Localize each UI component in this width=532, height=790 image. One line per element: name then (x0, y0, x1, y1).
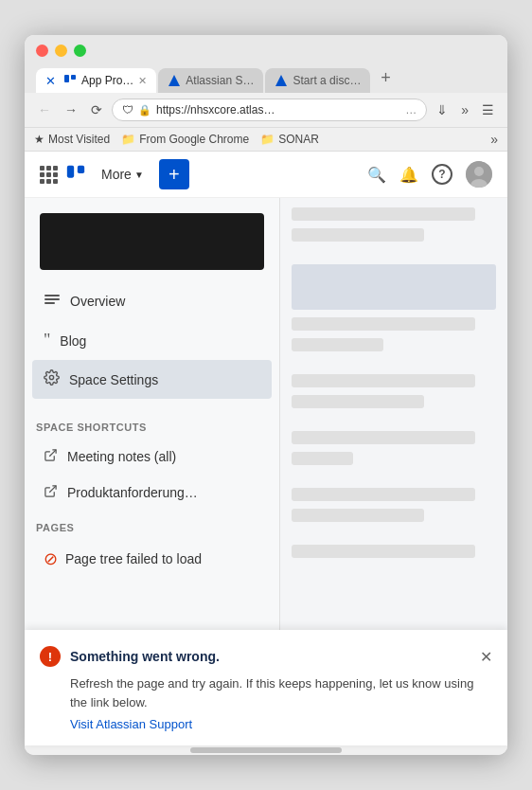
error-header: ! Something went wrong. ✕ (40, 646, 492, 667)
more-button[interactable]: More ▼ (94, 163, 151, 186)
skeleton-1 (292, 207, 475, 221)
sidebar-item-overview[interactable]: Overview (32, 281, 272, 321)
content-area: Overview " Blog Space Settings (25, 198, 507, 630)
notification-icon[interactable]: 🔔 (399, 166, 418, 184)
grid-dot (53, 179, 58, 184)
tab2-label: Atlassian S… (186, 74, 254, 87)
pages-section: ⊘ Page tree failed to load (25, 539, 279, 579)
tab3-label: Start a disc… (293, 74, 361, 87)
bookmark-folder-icon-1: 📁 (121, 133, 135, 146)
sidebar-nav: Overview " Blog Space Settings (25, 270, 279, 410)
grid-dot (40, 179, 44, 184)
reload-button[interactable]: ⟳ (87, 100, 106, 119)
svg-marker-3 (275, 75, 287, 86)
sidebar-logo-area (40, 213, 264, 270)
sidebar-item-space-settings[interactable]: Space Settings (32, 360, 272, 399)
skeleton-11 (292, 545, 475, 558)
forward-button[interactable]: → (61, 100, 81, 119)
avatar-image (466, 161, 492, 188)
overview-label: Overview (70, 294, 125, 309)
tab-start-disc[interactable]: Start a disc… (265, 68, 370, 93)
lock-icon: 🔒 (138, 104, 151, 117)
main-content (280, 198, 507, 630)
error-close-button[interactable]: ✕ (480, 648, 492, 666)
grid-dot (46, 172, 51, 177)
user-avatar[interactable] (466, 161, 492, 188)
skeleton-7 (292, 431, 475, 444)
minimize-button[interactable] (55, 45, 67, 57)
tab1-label: App Pro… (81, 74, 133, 87)
svg-rect-0 (64, 75, 69, 82)
svg-line-14 (49, 486, 56, 493)
menu-button[interactable]: ☰ (478, 100, 498, 119)
bookmark-most-visited[interactable]: ★ Most Visited (34, 133, 110, 146)
sidebar-item-blog[interactable]: " Blog (32, 321, 272, 360)
external-link-icon-2 (44, 484, 58, 501)
pages-section-label: PAGES (25, 511, 279, 539)
shortcuts-list: Meeting notes (all) Produktanforderung… (25, 439, 279, 511)
bookmark-folder-icon-2: 📁 (260, 133, 275, 146)
bookmark-most-visited-label: Most Visited (48, 133, 110, 146)
settings-gear-icon (44, 369, 60, 389)
bookmarks-more-button[interactable]: » (490, 132, 498, 147)
toolbar-action-icons: 🔍 🔔 ? (367, 161, 492, 188)
blog-icon: " (44, 331, 50, 350)
svg-rect-4 (67, 166, 74, 178)
svg-marker-2 (168, 75, 180, 86)
error-circle-icon: ! (40, 646, 61, 667)
scroll-thumb-container (25, 745, 507, 755)
svg-line-13 (49, 450, 56, 457)
scroll-thumb[interactable] (190, 747, 342, 753)
tab-atlassian-icon-3 (275, 74, 288, 87)
error-body: Refresh the page and try again. If this … (70, 674, 492, 711)
maximize-button[interactable] (74, 45, 86, 57)
sidebar-item-produktanforderung[interactable]: Produktanforderung… (32, 475, 272, 511)
grid-dot (40, 172, 44, 177)
more-address-icon[interactable]: … (405, 103, 417, 117)
tab-app-pro[interactable]: ✕ App Pro… ✕ (36, 68, 156, 93)
page-error-icon: ⊘ (44, 548, 58, 569)
bookmark-google-chrome-label: From Google Chrome (139, 133, 249, 146)
download-button[interactable]: ⇓ (433, 100, 452, 119)
grid-dot (53, 166, 58, 171)
extensions-button[interactable]: » (457, 100, 472, 119)
new-tab-button[interactable]: + (372, 64, 399, 91)
tab-atlassian-s[interactable]: Atlassian S… (158, 68, 263, 93)
trello-logo-icon (65, 164, 86, 185)
bookmark-google-chrome[interactable]: 📁 From Google Chrome (121, 133, 249, 146)
bookmark-star-icon: ★ (34, 133, 44, 146)
help-icon[interactable]: ? (432, 164, 452, 185)
skeleton-block-1 (292, 264, 496, 310)
search-icon[interactable]: 🔍 (367, 166, 386, 184)
tab1-close[interactable]: ✕ (138, 75, 147, 87)
sidebar-item-meeting-notes[interactable]: Meeting notes (all) (32, 439, 272, 475)
svg-rect-1 (71, 75, 76, 80)
bookmarks-bar: ★ Most Visited 📁 From Google Chrome 📁 SO… (25, 128, 507, 152)
svg-point-12 (49, 375, 53, 379)
more-label: More (101, 167, 132, 182)
produktanforderung-label: Produktanforderung… (67, 485, 198, 500)
pages-error-message: ⊘ Page tree failed to load (32, 539, 272, 579)
blog-label: Blog (60, 333, 86, 349)
tab-atlassian-icon-2 (168, 74, 181, 87)
grid-dot (40, 166, 44, 171)
address-bar[interactable]: 🛡 🔒 https://nhsxcore.atlas… … (112, 99, 427, 121)
external-link-icon-1 (44, 448, 58, 465)
url-text: https://nhsxcore.atlas… (156, 103, 400, 117)
overview-icon (44, 291, 61, 312)
space-shortcuts-label: SPACE SHORTCUTS (25, 410, 279, 439)
create-button[interactable]: + (159, 159, 189, 189)
bookmark-sonar[interactable]: 📁 SONAR (260, 133, 319, 146)
grid-dot (46, 179, 51, 184)
atlassian-support-link[interactable]: Visit Atlassian Support (70, 717, 192, 731)
apps-grid-icon[interactable] (40, 166, 58, 184)
browser-window: ✕ App Pro… ✕ Atlassian S… Start a disc… … (25, 35, 507, 755)
address-icons: … (405, 103, 417, 117)
bookmark-sonar-label: SONAR (278, 133, 319, 146)
content-skeleton (280, 198, 507, 567)
app-toolbar: More ▼ + 🔍 🔔 ? (25, 152, 507, 198)
close-button[interactable] (36, 45, 48, 57)
skeleton-8 (292, 452, 353, 465)
tabs-row: ✕ App Pro… ✕ Atlassian S… Start a disc… … (36, 64, 496, 93)
back-button[interactable]: ← (34, 100, 55, 119)
